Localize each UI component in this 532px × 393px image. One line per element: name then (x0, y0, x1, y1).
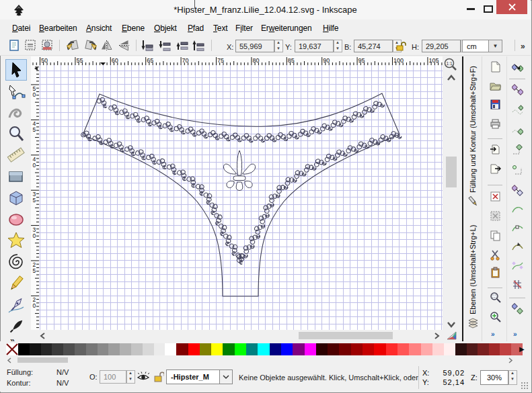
svg-text:1:1: 1:1 (446, 61, 452, 66)
svg-text:0: 0 (33, 232, 36, 239)
svg-text:5: 5 (33, 197, 36, 204)
svg-text:105: 105 (428, 57, 439, 64)
svg-text:0: 0 (33, 91, 36, 98)
svg-text:0: 0 (33, 302, 36, 309)
svg-text:5: 5 (33, 267, 36, 274)
svg-text:5: 5 (33, 126, 36, 133)
svg-text:0: 0 (33, 162, 36, 169)
svg-text:100: 100 (393, 57, 404, 64)
